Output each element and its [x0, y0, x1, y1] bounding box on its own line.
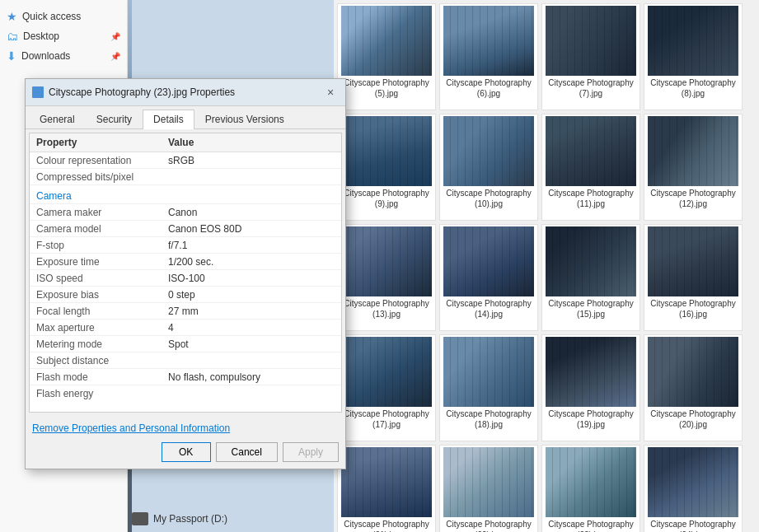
photo-cell[interactable]: Cityscape Photography (16).jpg — [644, 224, 743, 331]
photo-thumbnail — [546, 6, 636, 76]
dialog-tab-previous-versions[interactable]: Previous Versions — [194, 110, 295, 128]
photo-cell[interactable]: Cityscape Photography (19).jpg — [541, 334, 640, 441]
photo-thumbnail — [341, 226, 432, 296]
photo-label: Cityscape Photography (12).jpg — [646, 188, 740, 209]
photo-cell[interactable]: Cityscape Photography (21).jpg — [337, 445, 436, 532]
property-value: 0 step — [168, 289, 335, 301]
photo-label: Cityscape Photography (14).jpg — [442, 298, 536, 320]
photo-label: Cityscape Photography (16).jpg — [646, 298, 740, 320]
photo-cell[interactable]: Cityscape Photography (17).jpg — [337, 334, 436, 441]
photo-thumbnail — [341, 337, 432, 407]
photo-label: Cityscape Photography (7).jpg — [544, 77, 638, 99]
property-name: Flash energy — [36, 388, 168, 399]
apply-button[interactable]: Apply — [283, 442, 339, 462]
property-value: Spot — [168, 338, 335, 350]
dialog-tab-details[interactable]: Details — [143, 110, 194, 129]
property-value: Canon — [168, 207, 335, 218]
property-row[interactable]: Colour representationsRGB — [30, 152, 341, 169]
photo-cell[interactable]: Cityscape Photography (8).jpg — [644, 3, 743, 110]
photo-cell[interactable]: Cityscape Photography (5).jpg — [337, 3, 436, 110]
photo-cell[interactable]: Cityscape Photography (15).jpg — [541, 224, 640, 331]
photo-thumbnail — [648, 337, 738, 407]
dialog-buttons: OK Cancel Apply — [32, 442, 339, 462]
dialog-titlebar: Cityscape Photography (23).jpg Propertie… — [26, 79, 345, 106]
property-row[interactable]: Subject distance — [30, 352, 341, 369]
photo-label: Cityscape Photography (10).jpg — [442, 188, 536, 209]
property-name: Max aperture — [36, 322, 168, 334]
property-row[interactable]: Camera modelCanon EOS 80D — [30, 221, 341, 237]
photo-cell[interactable]: Cityscape Photography (23).jpg — [541, 445, 640, 532]
photo-cell[interactable]: Cityscape Photography (9).jpg — [337, 114, 436, 221]
sidebar-item-label: Quick access — [22, 11, 81, 22]
photo-label: Cityscape Photography (24).jpg — [646, 519, 740, 532]
properties-scroll[interactable]: Colour representationsRGBCompressed bits… — [30, 152, 341, 399]
section-label: Camera — [36, 190, 72, 202]
photo-cell[interactable]: Cityscape Photography (11).jpg — [541, 114, 640, 221]
photo-label: Cityscape Photography (22).jpg — [442, 519, 536, 532]
photo-label: Cityscape Photography (18).jpg — [442, 408, 536, 430]
property-value: 27 mm — [168, 306, 335, 317]
property-row[interactable]: F-stopf/7.1 — [30, 237, 341, 254]
photo-thumbnail — [546, 447, 636, 517]
photo-cell[interactable]: Cityscape Photography (6).jpg — [439, 3, 538, 110]
property-value: 1/200 sec. — [168, 256, 335, 268]
photo-cell[interactable]: Cityscape Photography (22).jpg — [439, 445, 538, 532]
photo-cell[interactable]: Cityscape Photography (12).jpg — [644, 114, 743, 221]
photo-cell[interactable]: Cityscape Photography (7).jpg — [541, 3, 640, 110]
property-name: Colour representation — [36, 155, 168, 166]
photo-thumbnail — [443, 337, 534, 407]
property-row[interactable]: Exposure bias0 step — [30, 287, 341, 303]
property-name: ISO speed — [36, 273, 168, 284]
photo-label: Cityscape Photography (21).jpg — [340, 519, 433, 532]
photo-cell[interactable]: Cityscape Photography (24).jpg — [644, 445, 743, 532]
photo-label: Cityscape Photography (5).jpg — [340, 77, 433, 99]
property-row[interactable]: Exposure time1/200 sec. — [30, 254, 341, 270]
cancel-button[interactable]: Cancel — [216, 442, 278, 462]
dialog-tab-security[interactable]: Security — [86, 110, 143, 128]
photo-cell[interactable]: Cityscape Photography (13).jpg — [337, 224, 436, 331]
property-row[interactable]: ISO speedISO-100 — [30, 270, 341, 287]
property-row[interactable]: Camera makerCanon — [30, 204, 341, 221]
sidebar-item-desktop[interactable]: 🗂 Desktop 📌 — [0, 26, 127, 46]
property-row[interactable]: Flash energy — [30, 385, 341, 399]
property-name: Subject distance — [36, 355, 168, 366]
drive-label: My Passport (D:) — [153, 513, 227, 525]
photo-cell[interactable]: Cityscape Photography (20).jpg — [644, 334, 743, 441]
property-row[interactable]: Flash modeNo flash, compulsory — [30, 369, 341, 385]
sidebar-item-quickaccess[interactable]: ★ Quick access — [0, 7, 127, 26]
photo-thumbnail — [648, 6, 738, 76]
property-row[interactable]: Max aperture4 — [30, 320, 341, 336]
folder-icon: 🗂 — [7, 30, 18, 43]
dialog-close-button[interactable]: × — [322, 84, 339, 100]
col-property-header: Property — [36, 137, 168, 148]
property-name: Focal length — [36, 306, 168, 317]
property-row[interactable]: Camera — [30, 185, 341, 204]
photo-label: Cityscape Photography (6).jpg — [442, 77, 536, 99]
photo-thumbnail — [341, 116, 432, 186]
property-row[interactable]: Focal length27 mm — [30, 303, 341, 320]
remove-properties-link[interactable]: Remove Properties and Personal Informati… — [32, 422, 230, 434]
property-name: Flash mode — [36, 371, 168, 383]
drive-item[interactable]: My Passport (D:) — [132, 512, 227, 525]
photo-thumbnail — [443, 447, 534, 517]
ok-button[interactable]: OK — [162, 442, 211, 462]
property-name: Exposure bias — [36, 289, 168, 301]
dialog-tab-general[interactable]: General — [29, 110, 86, 128]
pin-icon: 📌 — [110, 52, 120, 61]
photo-cell[interactable]: Cityscape Photography (18).jpg — [439, 334, 538, 441]
property-row[interactable]: Metering modeSpot — [30, 336, 341, 352]
property-value: sRGB — [168, 155, 335, 166]
property-row[interactable]: Compressed bits/pixel — [30, 169, 341, 185]
sidebar-item-label: Desktop — [23, 30, 59, 42]
photo-cell[interactable]: Cityscape Photography (14).jpg — [439, 224, 538, 331]
photo-thumbnail — [546, 226, 636, 296]
dialog-title-icon — [32, 86, 44, 98]
property-name: F-stop — [36, 240, 168, 251]
sidebar-item-downloads[interactable]: ⬇ Downloads 📌 — [0, 46, 127, 66]
property-name: Metering mode — [36, 338, 168, 350]
property-name: Camera maker — [36, 207, 168, 218]
photo-cell[interactable]: Cityscape Photography (10).jpg — [439, 114, 538, 221]
pin-icon: 📌 — [110, 32, 120, 41]
property-name: Exposure time — [36, 256, 168, 268]
photo-label: Cityscape Photography (11).jpg — [544, 188, 638, 209]
